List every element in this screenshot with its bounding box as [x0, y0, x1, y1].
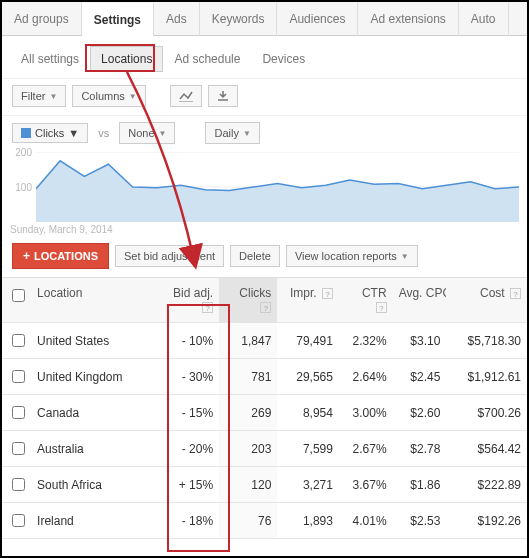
row-checkbox[interactable] — [12, 406, 25, 419]
caret-down-icon: ▼ — [243, 129, 251, 138]
cell-location: United States — [31, 323, 154, 359]
subtab-ad-schedule[interactable]: Ad schedule — [163, 46, 251, 72]
tab-audiences[interactable]: Audiences — [277, 2, 358, 36]
filter-label: Filter — [21, 90, 45, 102]
cell-impr: 8,954 — [277, 395, 339, 431]
header-cost[interactable]: Cost ? — [446, 278, 527, 323]
cell-clicks: 781 — [219, 359, 277, 395]
header-avg-cpc[interactable]: Avg. CPC ? — [393, 278, 447, 323]
table-row[interactable]: Australia- 20%2037,5992.67%$2.78$564.42 — [2, 431, 527, 467]
header-ctr[interactable]: CTR? — [339, 278, 393, 323]
add-locations-button[interactable]: + LOCATIONS — [12, 243, 109, 269]
cell-avg-cpc: $3.10 — [393, 323, 447, 359]
cell-impr: 7,599 — [277, 431, 339, 467]
cell-bid-adj: - 10% — [154, 323, 219, 359]
cell-bid-adj: - 15% — [154, 395, 219, 431]
cell-clicks: 76 — [219, 503, 277, 539]
cell-location: Australia — [31, 431, 154, 467]
cell-ctr: 3.67% — [339, 467, 393, 503]
row-checkbox[interactable] — [12, 478, 25, 491]
cell-bid-adj: - 30% — [154, 359, 219, 395]
cell-ctr: 2.67% — [339, 431, 393, 467]
view-location-reports-dropdown[interactable]: View location reports ▼ — [286, 245, 418, 267]
header-location[interactable]: Location — [31, 278, 154, 323]
set-bid-adjustment-button[interactable]: Set bid adjustment — [115, 245, 224, 267]
table-row[interactable]: Ireland- 18%761,8934.01%$2.53$192.26 — [2, 503, 527, 539]
tab-ads[interactable]: Ads — [154, 2, 200, 36]
cell-location: South Africa — [31, 467, 154, 503]
line-chart-icon — [179, 90, 193, 102]
help-icon[interactable]: ? — [376, 302, 387, 313]
table-row[interactable]: Canada- 15%2698,9543.00%$2.60$700.26 — [2, 395, 527, 431]
table-row[interactable]: United Kingdom- 30%78129,5652.64%$2.45$1… — [2, 359, 527, 395]
subtab-all-settings[interactable]: All settings — [10, 46, 90, 72]
help-icon[interactable]: ? — [510, 288, 521, 299]
cell-avg-cpc: $2.45 — [393, 359, 447, 395]
header-clicks[interactable]: Clicks? — [219, 278, 277, 323]
filter-dropdown[interactable]: Filter ▼ — [12, 85, 66, 107]
help-icon[interactable]: ? — [322, 288, 333, 299]
cell-impr: 3,271 — [277, 467, 339, 503]
cell-avg-cpc: $1.86 — [393, 467, 447, 503]
cell-location: United Kingdom — [31, 359, 154, 395]
metric-secondary-dropdown[interactable]: None ▼ — [119, 122, 175, 144]
cell-cost: $700.26 — [446, 395, 527, 431]
row-checkbox[interactable] — [12, 334, 25, 347]
download-button[interactable] — [208, 85, 238, 107]
subtab-devices[interactable]: Devices — [251, 46, 316, 72]
header-bid-adj[interactable]: Bid adj.? — [154, 278, 219, 323]
help-icon[interactable]: ? — [260, 302, 271, 313]
download-icon — [217, 90, 229, 102]
locations-table-wrap: Location Bid adj.? Clicks? Impr. ? CTR? … — [2, 277, 527, 539]
header-impr[interactable]: Impr. ? — [277, 278, 339, 323]
chart-svg — [36, 152, 519, 222]
cell-location: Ireland — [31, 503, 154, 539]
table-header-row: Location Bid adj.? Clicks? Impr. ? CTR? … — [2, 278, 527, 323]
row-checkbox[interactable] — [12, 370, 25, 383]
table-row[interactable]: South Africa+ 15%1203,2713.67%$1.86$222.… — [2, 467, 527, 503]
tab-settings[interactable]: Settings — [82, 3, 154, 37]
columns-dropdown[interactable]: Columns ▼ — [72, 85, 145, 107]
row-checkbox-cell — [2, 503, 31, 539]
granularity-dropdown[interactable]: Daily ▼ — [205, 122, 259, 144]
row-checkbox-cell — [2, 395, 31, 431]
table-row[interactable]: United States- 10%1,84779,4912.32%$3.10$… — [2, 323, 527, 359]
subtab-locations[interactable]: Locations — [90, 46, 163, 72]
color-swatch-icon — [21, 128, 31, 138]
tab-keywords[interactable]: Keywords — [200, 2, 278, 36]
tab-auto[interactable]: Auto — [459, 2, 509, 36]
caret-down-icon: ▼ — [129, 92, 137, 101]
select-all-checkbox[interactable] — [12, 289, 25, 302]
actions-row: + LOCATIONS Set bid adjustment Delete Vi… — [2, 235, 527, 277]
cell-clicks: 203 — [219, 431, 277, 467]
cell-clicks: 269 — [219, 395, 277, 431]
toolbar: Filter ▼ Columns ▼ — [2, 78, 527, 116]
cell-cost: $564.42 — [446, 431, 527, 467]
metric-primary-dropdown[interactable]: Clicks ▼ — [12, 123, 88, 143]
cell-cost: $1,912.61 — [446, 359, 527, 395]
row-checkbox-cell — [2, 323, 31, 359]
cell-ctr: 4.01% — [339, 503, 393, 539]
cell-avg-cpc: $2.60 — [393, 395, 447, 431]
tab-ad-groups[interactable]: Ad groups — [2, 2, 82, 36]
vs-label: vs — [94, 127, 113, 139]
row-checkbox[interactable] — [12, 442, 25, 455]
cell-cost: $192.26 — [446, 503, 527, 539]
cell-bid-adj: - 18% — [154, 503, 219, 539]
tab-ad-extensions[interactable]: Ad extensions — [358, 2, 458, 36]
caret-down-icon: ▼ — [401, 252, 409, 261]
cell-cost: $5,718.30 — [446, 323, 527, 359]
chart-type-button[interactable] — [170, 85, 202, 107]
cell-impr: 29,565 — [277, 359, 339, 395]
tabs-top: Ad groupsSettingsAdsKeywordsAudiencesAd … — [2, 2, 527, 36]
granularity-label: Daily — [214, 127, 238, 139]
columns-label: Columns — [81, 90, 124, 102]
row-checkbox-cell — [2, 359, 31, 395]
delete-button[interactable]: Delete — [230, 245, 280, 267]
help-icon[interactable]: ? — [202, 302, 213, 313]
row-checkbox-cell — [2, 467, 31, 503]
row-checkbox[interactable] — [12, 514, 25, 527]
cell-avg-cpc: $2.78 — [393, 431, 447, 467]
cell-clicks: 1,847 — [219, 323, 277, 359]
chart-controls: Clicks ▼ vs None ▼ Daily ▼ — [2, 116, 527, 150]
